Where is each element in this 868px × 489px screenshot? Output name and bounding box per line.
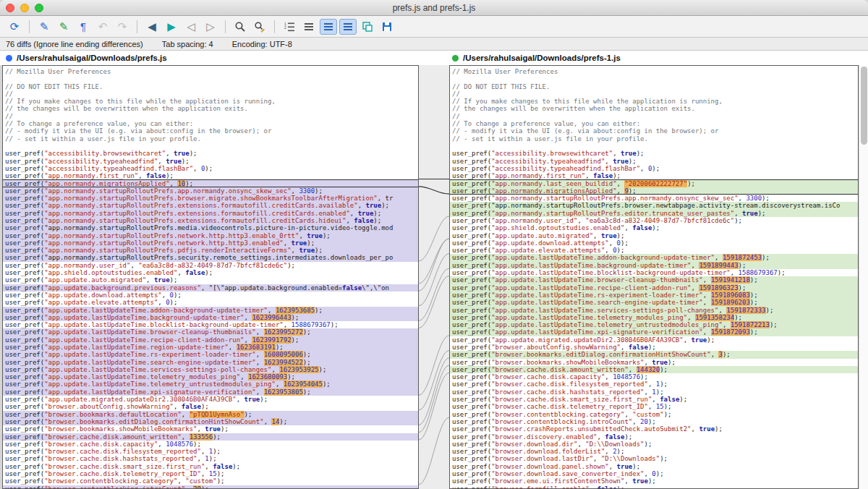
code-line[interactable]: user_pref("accessibility.typeaheadfind",… [450, 158, 858, 165]
code-line[interactable]: user_pref("browser.download.lastDir", "D… [450, 455, 858, 462]
code-line[interactable]: user_pref("app.update.lastUpdateTime.add… [3, 307, 418, 314]
code-line[interactable]: user_pref("app.update.auto.migrated", tr… [3, 276, 418, 284]
code-line[interactable]: user_pref("app.update.lastUpdateTime.bro… [3, 328, 418, 336]
code-line[interactable]: user_pref("app.normandy.startupRolloutPr… [3, 217, 418, 224]
code-line[interactable]: ​ [450, 143, 858, 150]
code-line[interactable]: user_pref("browser.cache.disk.smart_size… [3, 463, 418, 470]
code-line[interactable]: user_pref("app.update.elevate.attempts",… [450, 247, 858, 254]
code-line[interactable]: user_pref("app.update.lastUpdateTime.sea… [3, 359, 418, 366]
edit-left-button[interactable]: ✎ [35, 19, 53, 35]
code-line[interactable]: user_pref("app.shield.optoutstudies.enab… [3, 269, 418, 276]
code-line[interactable]: user_pref("app.update.lastUpdateTime.rec… [450, 284, 858, 292]
code-line[interactable]: user_pref("browser.contentblocking.categ… [3, 477, 418, 485]
copy-button[interactable] [359, 19, 376, 35]
code-line[interactable]: user_pref("app.update.lastUpdateTime.blo… [450, 269, 858, 276]
code-line[interactable]: // the changes will be overwritten when … [3, 105, 418, 112]
code-line[interactable]: user_pref("app.update.lastUpdateTime.bac… [3, 314, 418, 321]
vertical-scrollbar[interactable] [859, 65, 868, 489]
code-line[interactable]: user_pref("app.normandy.user_id", "ea6a3… [3, 262, 418, 269]
code-line[interactable]: user_pref("browser.contentblocking.categ… [450, 411, 858, 418]
code-line[interactable]: user_pref("app.update.lastUpdateTime.rec… [3, 336, 418, 344]
code-line[interactable]: user_pref("browser.cache.disk.amount_wri… [450, 366, 858, 373]
prev-diff-button[interactable]: ◀ [143, 19, 161, 35]
line-numbers-toggle[interactable]: 12 [281, 19, 298, 35]
code-line[interactable]: user_pref("app.update.lastUpdateTime.blo… [3, 321, 418, 328]
code-line[interactable]: user_pref("browser.cache.disk.amount_wri… [3, 433, 418, 441]
code-line[interactable]: user_pref("app.update.lastUpdateTime.ser… [3, 366, 418, 373]
code-line[interactable]: user_pref("app.update.lastUpdateTime.rs-… [450, 292, 858, 299]
reload-button[interactable]: ⟳ [6, 19, 23, 35]
code-line[interactable]: user_pref("browser.aboutConfig.showWarni… [450, 344, 858, 351]
code-line[interactable]: user_pref("browser.download.folderList",… [450, 448, 858, 455]
code-line[interactable]: ​ [450, 75, 858, 82]
code-line[interactable]: user_pref("app.update.lastUpdateTime.sea… [450, 299, 858, 306]
code-line[interactable]: user_pref("browser.cache.disk.hashstats_… [450, 388, 858, 396]
view-context-toggle[interactable] [339, 19, 357, 35]
code-line[interactable]: // - set it within a user.js file in you… [450, 135, 858, 143]
code-line[interactable]: user_pref("app.normandy.startupRolloutPr… [3, 224, 418, 231]
code-line[interactable]: user_pref("browser.bookmarks.editDialog.… [3, 418, 418, 425]
code-line[interactable]: user_pref("browser.download.panel.shown"… [450, 463, 858, 470]
code-line[interactable]: // - modify it via the UI (e.g. via abou… [450, 127, 858, 135]
code-line[interactable]: user_pref("app.normandy.startupRolloutPr… [3, 202, 418, 209]
code-line[interactable]: // If you make changes to this file whil… [450, 98, 858, 105]
code-line[interactable]: user_pref("browser.bookmarks.defaultLoca… [3, 411, 418, 418]
code-line[interactable]: user_pref("app.normandy.migrationsApplie… [3, 179, 418, 187]
code-line[interactable]: user_pref("app.update.lastUpdateTime.bac… [450, 262, 858, 269]
code-line[interactable]: user_pref("accessibility.browsewithcaret… [450, 150, 858, 157]
code-line[interactable]: user_pref("browser.contentblocking.intro… [450, 418, 858, 425]
code-line[interactable]: user_pref("app.normandy.first_run", fals… [450, 172, 858, 179]
search-button[interactable] [231, 19, 249, 35]
code-line[interactable]: user_pref("app.update.download.attempts"… [450, 239, 858, 247]
code-line[interactable]: user_pref("browser.aboutConfig.showWarni… [3, 403, 418, 410]
right-code-pane[interactable]: // Mozilla User Preferences​// DO NOT ED… [449, 65, 859, 489]
code-line[interactable]: user_pref("app.update.lastUpdateTime.tel… [3, 380, 418, 388]
search-replace-button[interactable] [251, 19, 268, 35]
show-invisibles-button[interactable]: ¶ [75, 19, 92, 35]
code-line[interactable]: user_pref("app.normandy.startupRolloutPr… [3, 232, 418, 239]
code-line[interactable]: // [3, 113, 418, 120]
code-line[interactable]: user_pref("app.update.lastUpdateTime.tel… [3, 373, 418, 380]
code-line[interactable]: user_pref("app.update.lastUpdateTime.reg… [3, 344, 418, 351]
code-line[interactable]: // [3, 90, 418, 98]
code-line[interactable]: user_pref("app.normandy.startupRolloutPr… [450, 210, 858, 217]
close-button[interactable] [6, 4, 14, 12]
code-line[interactable]: user_pref("app.update.migrated.updateDir… [3, 396, 418, 403]
code-line[interactable]: user_pref("app.normandy.startupRolloutPr… [3, 247, 418, 254]
code-line[interactable]: user_pref("browser.cache.disk.telemetry_… [450, 403, 858, 410]
code-line[interactable]: user_pref("app.normandy.user_id", "ea6a3… [450, 217, 858, 224]
code-line[interactable]: user_pref("app.shield.optoutstudies.enab… [450, 224, 858, 231]
code-line[interactable]: user_pref("browser.bookmarks.editDialog.… [450, 351, 858, 358]
code-line[interactable]: ​ [3, 75, 418, 82]
code-line[interactable]: // DO NOT EDIT THIS FILE. [450, 83, 858, 90]
code-line[interactable]: user_pref("browser.bookmarks.showMobileB… [450, 359, 858, 366]
redo-button[interactable]: ↷ [114, 19, 131, 35]
code-line[interactable]: user_pref("browser.cache.disk.filesystem… [3, 448, 418, 455]
code-line[interactable]: user_pref("app.update.lastUpdateTime.xpi… [450, 328, 858, 336]
code-line[interactable]: user_pref("browser.cache.disk.capacity",… [3, 441, 418, 448]
code-line[interactable]: user_pref("app.update.lastUpdateTime.tel… [450, 321, 858, 328]
view-split-toggle[interactable] [320, 19, 337, 35]
view-unified-toggle[interactable] [300, 19, 318, 35]
code-line[interactable]: // - set it within a user.js file in you… [3, 135, 418, 143]
code-line[interactable]: user_pref("browser.cache.disk.filesystem… [450, 380, 858, 388]
code-line[interactable]: user_pref("app.normandy.startupRolloutPr… [450, 202, 858, 209]
code-line[interactable]: user_pref("browser.bookmarks.showMobileB… [3, 425, 418, 433]
code-line[interactable]: // Mozilla User Preferences [3, 68, 418, 75]
code-line[interactable]: user_pref("app.normandy.migrationsApplie… [450, 187, 858, 195]
code-line[interactable]: // [450, 113, 858, 120]
code-line[interactable]: user_pref("browser.cache.disk.telemetry_… [3, 470, 418, 477]
edit-right-button[interactable]: ✎ [55, 19, 72, 35]
code-line[interactable]: user_pref("app.normandy.startupRolloutPr… [450, 195, 858, 202]
code-line[interactable]: user_pref("accessibility.browsewithcaret… [3, 150, 418, 157]
code-line[interactable]: // [450, 90, 858, 98]
save-button[interactable] [378, 19, 396, 35]
code-line[interactable]: user_pref("browser.crashReports.unsubmit… [450, 425, 858, 433]
code-line[interactable]: // To change a preference value, you can… [3, 120, 418, 127]
zoom-button[interactable] [35, 4, 43, 12]
code-line[interactable]: user_pref("app.update.lastUpdateTime.tel… [450, 314, 858, 321]
code-line[interactable]: user_pref("app.update.auto.migrated", tr… [450, 232, 858, 239]
minimize-button[interactable] [20, 4, 29, 12]
code-line[interactable]: // To change a preference value, you can… [450, 120, 858, 127]
prev-change-button[interactable]: ◁ [182, 19, 200, 35]
